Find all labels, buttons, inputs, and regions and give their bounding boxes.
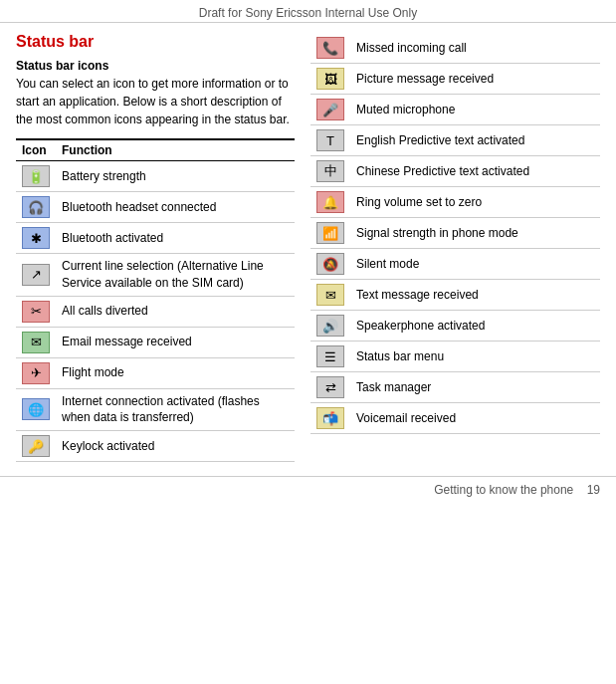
icon-box: ✂: [22, 301, 50, 323]
icon-cell: 🎤: [310, 95, 350, 125]
func-cell: Bluetooth headset connected: [56, 192, 295, 223]
right-table-row: 📶 Signal strength in phone mode: [310, 218, 600, 249]
func-cell: Current line selection (Alternative Line…: [56, 254, 295, 297]
icon-cell: 🔔: [310, 187, 350, 218]
icon-cell: ☰: [310, 342, 350, 372]
func-cell: All calls diverted: [56, 296, 295, 327]
func-cell: Email message received: [56, 327, 295, 357]
icon-cell: ↗: [16, 254, 56, 297]
icon-box: ☰: [316, 345, 344, 367]
page-content: Status bar Status bar icons You can sele…: [0, 23, 616, 472]
right-table-row: 中 Chinese Predictive text activated: [310, 156, 600, 187]
col-icon-header: Icon: [16, 139, 56, 161]
icon-box: 🔕: [316, 253, 344, 275]
func-cell: Signal strength in phone mode: [350, 218, 600, 249]
func-cell: Chinese Predictive text activated: [350, 156, 600, 187]
icon-cell: 中: [310, 156, 350, 187]
icon-box: 🔋: [22, 165, 50, 187]
icon-cell: ✉: [310, 280, 350, 311]
icon-box: 🔊: [316, 315, 344, 337]
icon-box: 📬: [316, 407, 344, 429]
left-table-row: ✂ All calls diverted: [16, 296, 295, 327]
icon-cell: ✱: [16, 223, 56, 254]
func-cell: Ring volume set to zero: [350, 187, 600, 218]
draft-text: Draft for Sony Ericsson Internal Use Onl…: [199, 6, 417, 20]
left-table-row: ✈ Flight mode: [16, 357, 295, 388]
icon-cell: 🖼: [310, 64, 350, 95]
icon-box: 📶: [316, 222, 344, 244]
icon-cell: ✂: [16, 296, 56, 327]
left-table-header: Icon Function: [16, 139, 295, 161]
func-cell: Speakerphone activated: [350, 311, 600, 342]
icon-cell: 🌐: [16, 388, 56, 431]
icon-box: ✱: [22, 227, 50, 249]
func-cell: Text message received: [350, 280, 600, 311]
icon-cell: ✈: [16, 357, 56, 388]
left-table: Icon Function 🔋 Battery strength 🎧 Bluet…: [16, 138, 295, 462]
left-table-row: 🔑 Keylock activated: [16, 431, 295, 462]
icon-cell: 🎧: [16, 192, 56, 223]
func-cell: English Predictive text activated: [350, 125, 600, 156]
draft-header: Draft for Sony Ericsson Internal Use Onl…: [0, 0, 616, 23]
page-footer: Getting to know the phone 19: [0, 476, 616, 505]
icon-box: 📞: [316, 37, 344, 59]
page-number: 19: [587, 483, 600, 497]
icon-cell: 🔑: [16, 431, 56, 462]
right-table-row: T English Predictive text activated: [310, 125, 600, 156]
col-func-header: Function: [56, 139, 295, 161]
icon-box: ⇄: [316, 376, 344, 398]
func-cell: Internet connection activated (flashes w…: [56, 388, 295, 431]
right-table: 📞 Missed incoming call 🖼 Picture message…: [310, 33, 600, 434]
func-cell: Flight mode: [56, 357, 295, 388]
section-title: Status bar: [16, 33, 295, 51]
icon-cell: 🔊: [310, 311, 350, 342]
intro-text: Status bar icons You can select an icon …: [16, 57, 295, 128]
icon-cell: ⇄: [310, 372, 350, 403]
func-cell: Status bar menu: [350, 342, 600, 372]
func-cell: Muted microphone: [350, 95, 600, 125]
icon-cell: 🔋: [16, 161, 56, 192]
icon-box: 🎧: [22, 196, 50, 218]
left-table-row: 🔋 Battery strength: [16, 161, 295, 192]
right-table-row: 🔔 Ring volume set to zero: [310, 187, 600, 218]
icon-box: 中: [316, 160, 344, 182]
func-cell: Task manager: [350, 372, 600, 403]
icon-box: ↗: [22, 264, 50, 286]
right-column: 📞 Missed incoming call 🖼 Picture message…: [310, 33, 600, 462]
icon-box: 🔔: [316, 191, 344, 213]
func-cell: Picture message received: [350, 64, 600, 95]
left-table-row: 🌐 Internet connection activated (flashes…: [16, 388, 295, 431]
icon-box: ✉: [316, 284, 344, 306]
icon-box: 🔑: [22, 435, 50, 457]
left-table-row: 🎧 Bluetooth headset connected: [16, 192, 295, 223]
icon-cell: 📞: [310, 33, 350, 64]
right-table-row: ✉ Text message received: [310, 280, 600, 311]
right-table-row: 🔊 Speakerphone activated: [310, 311, 600, 342]
right-table-row: 📬 Voicemail received: [310, 403, 600, 434]
intro-body: You can select an icon to get more infor…: [16, 77, 290, 126]
func-cell: Battery strength: [56, 161, 295, 192]
right-table-row: ☰ Status bar menu: [310, 342, 600, 372]
left-column: Status bar Status bar icons You can sele…: [16, 33, 295, 462]
icon-cell: 📶: [310, 218, 350, 249]
icon-box: T: [316, 129, 344, 151]
right-table-row: 📞 Missed incoming call: [310, 33, 600, 64]
right-table-row: 🖼 Picture message received: [310, 64, 600, 95]
icon-box: 🌐: [22, 398, 50, 420]
icon-box: 🎤: [316, 99, 344, 120]
func-cell: Voicemail received: [350, 403, 600, 434]
right-table-row: ⇄ Task manager: [310, 372, 600, 403]
right-table-row: 🎤 Muted microphone: [310, 95, 600, 125]
icon-cell: T: [310, 125, 350, 156]
icon-cell: 🔕: [310, 249, 350, 280]
icon-cell: ✉: [16, 327, 56, 357]
left-table-row: ↗ Current line selection (Alternative Li…: [16, 254, 295, 297]
func-cell: Bluetooth activated: [56, 223, 295, 254]
left-table-row: ✉ Email message received: [16, 327, 295, 357]
subtitle: Status bar icons: [16, 59, 108, 73]
right-table-row: 🔕 Silent mode: [310, 249, 600, 280]
func-cell: Missed incoming call: [350, 33, 600, 64]
left-table-row: ✱ Bluetooth activated: [16, 223, 295, 254]
icon-box: ✈: [22, 362, 50, 384]
func-cell: Silent mode: [350, 249, 600, 280]
